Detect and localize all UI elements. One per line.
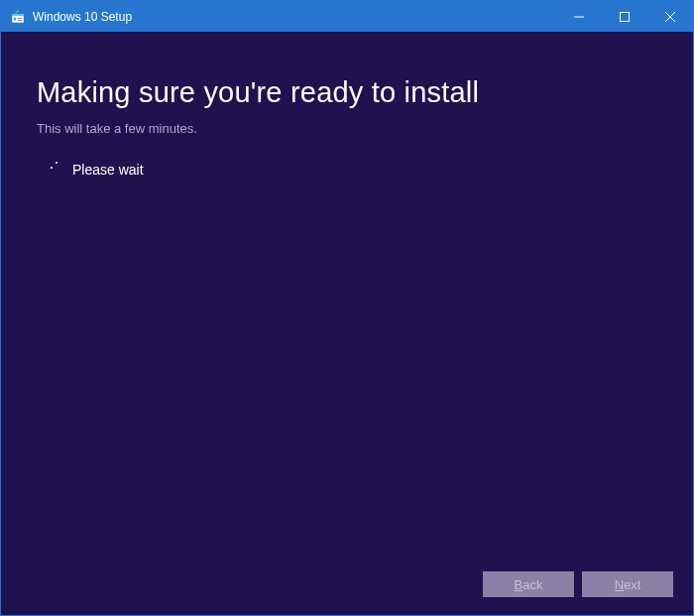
spinner-icon xyxy=(49,162,64,178)
svg-rect-1 xyxy=(12,14,24,16)
svg-rect-4 xyxy=(18,20,22,21)
svg-point-2 xyxy=(14,17,17,20)
svg-rect-3 xyxy=(18,18,22,19)
wait-row: Please wait xyxy=(49,162,144,178)
next-button[interactable]: Next xyxy=(582,571,673,597)
minimize-button[interactable] xyxy=(556,1,602,32)
setup-window: Windows 10 Setup Making sure you're read… xyxy=(0,0,694,616)
maximize-button[interactable] xyxy=(602,1,647,32)
window-controls xyxy=(556,1,693,32)
back-button[interactable]: Back xyxy=(483,571,574,597)
app-icon xyxy=(7,1,29,32)
content-area: Making sure you're ready to install This… xyxy=(1,32,693,615)
page-subtext: This will take a few minutes. xyxy=(37,121,197,136)
close-button[interactable] xyxy=(647,1,693,32)
titlebar: Windows 10 Setup xyxy=(1,1,693,32)
button-bar: Back Next xyxy=(483,571,673,597)
window-title: Windows 10 Setup xyxy=(33,10,556,24)
page-heading: Making sure you're ready to install xyxy=(37,76,479,109)
wait-label: Please wait xyxy=(72,162,144,178)
svg-rect-6 xyxy=(621,12,630,21)
